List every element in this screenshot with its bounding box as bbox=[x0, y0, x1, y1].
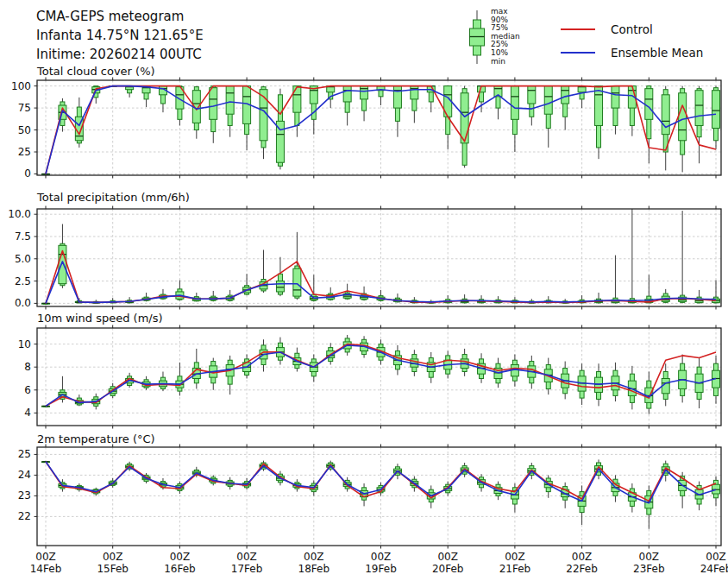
y-tick-label: 4 bbox=[24, 407, 31, 419]
box-25-75 bbox=[645, 89, 653, 120]
x-tick-hour: 00Z bbox=[236, 551, 257, 563]
y-tick-label: 100 bbox=[11, 80, 31, 92]
x-tick-hour: 00Z bbox=[572, 551, 593, 563]
box-25-75 bbox=[411, 86, 418, 99]
y-tick-label: 25 bbox=[18, 448, 31, 460]
box-25-75 bbox=[276, 281, 284, 292]
axis-ticks bbox=[35, 206, 717, 310]
y-tick-label: 10 bbox=[18, 338, 31, 350]
y-tick-label: 50 bbox=[18, 124, 31, 136]
x-tick-hour: 00Z bbox=[371, 551, 392, 563]
panel-1: 0.02.55.07.510.0 bbox=[8, 206, 721, 310]
panel-2: 46810 bbox=[18, 325, 721, 429]
x-tick-date: 21Feb bbox=[499, 563, 531, 575]
panel-border bbox=[37, 209, 721, 306]
box-25-75 bbox=[544, 86, 552, 115]
ensemble-boxplots bbox=[42, 86, 720, 175]
meteogram-canvas: 02550751000.02.55.07.510.046810222324250… bbox=[0, 0, 728, 587]
x-tick-date: 16Feb bbox=[164, 563, 196, 575]
x-tick-hour: 00Z bbox=[706, 551, 726, 563]
x-tick-hour: 00Z bbox=[35, 551, 56, 563]
y-tick-label: 0 bbox=[24, 167, 31, 180]
x-tick-date: 20Feb bbox=[432, 563, 464, 575]
box-25-75 bbox=[343, 86, 351, 102]
x-tick-hour: 00Z bbox=[170, 551, 191, 563]
panel-3: 22232425 bbox=[18, 445, 721, 549]
box-25-75 bbox=[662, 95, 669, 135]
box-25-75 bbox=[511, 86, 518, 120]
grid bbox=[37, 447, 721, 546]
box-25-75 bbox=[461, 93, 468, 143]
y-tick-label: 25 bbox=[18, 146, 31, 158]
y-tick-label: 2.5 bbox=[15, 275, 31, 287]
x-tick-date: 18Feb bbox=[298, 563, 330, 575]
meteogram-page: CMA-GEPS meteogram Infanta 14.75°N 121.6… bbox=[0, 0, 728, 587]
x-tick-date: 24Feb bbox=[700, 563, 728, 575]
y-tick-label: 0.0 bbox=[15, 297, 31, 309]
y-tick-label: 6 bbox=[24, 384, 31, 396]
box-25-75 bbox=[361, 86, 368, 99]
x-tick-date: 19Feb bbox=[365, 563, 397, 575]
box-25-75 bbox=[210, 88, 217, 120]
box-25-75 bbox=[226, 86, 234, 115]
panel-0: 0255075100 bbox=[11, 78, 721, 180]
x-tick-date: 22Feb bbox=[566, 563, 598, 575]
x-tick-hour: 00Z bbox=[103, 551, 123, 563]
box-25-75 bbox=[695, 91, 703, 126]
y-tick-label: 75 bbox=[18, 102, 31, 114]
box-25-75 bbox=[528, 86, 536, 104]
x-tick-date: 23Feb bbox=[633, 563, 665, 575]
box-25-75 bbox=[679, 93, 687, 141]
x-tick-date: 14Feb bbox=[30, 563, 62, 575]
y-tick-label: 22 bbox=[18, 510, 31, 522]
y-tick-label: 10.0 bbox=[8, 208, 31, 220]
y-tick-label: 24 bbox=[18, 469, 31, 481]
y-tick-label: 5.0 bbox=[15, 253, 31, 265]
box-25-75 bbox=[712, 484, 720, 494]
grid bbox=[37, 209, 721, 306]
x-tick-date: 15Feb bbox=[97, 563, 129, 575]
box-25-75 bbox=[712, 91, 720, 129]
y-tick-label: 7.5 bbox=[15, 230, 31, 243]
axis-ticks bbox=[35, 445, 717, 549]
box-25-75 bbox=[612, 86, 619, 108]
y-tick-label: 23 bbox=[18, 489, 31, 502]
box-25-75 bbox=[293, 268, 301, 296]
x-tick-hour: 00Z bbox=[437, 551, 458, 563]
x-tick-hour: 00Z bbox=[639, 551, 660, 563]
y-tick-label: 8 bbox=[24, 361, 31, 373]
x-tick-hour: 00Z bbox=[304, 551, 324, 563]
x-axis-labels: 00Z14Feb00Z15Feb00Z16Feb00Z17Feb00Z18Feb… bbox=[30, 551, 728, 575]
box-25-75 bbox=[562, 86, 569, 104]
panel-border bbox=[37, 447, 721, 546]
x-tick-hour: 00Z bbox=[505, 551, 525, 563]
box-25-75 bbox=[595, 86, 603, 126]
box-25-75 bbox=[293, 86, 301, 113]
x-tick-date: 17Feb bbox=[231, 563, 263, 575]
box-25-75 bbox=[393, 86, 401, 108]
